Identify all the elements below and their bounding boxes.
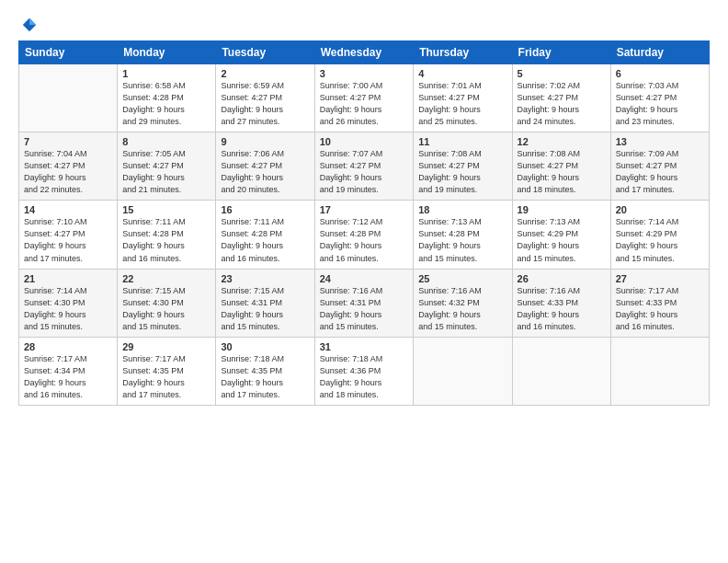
calendar-cell: 7Sunrise: 7:04 AM Sunset: 4:27 PM Daylig… — [19, 132, 118, 201]
day-info: Sunrise: 6:59 AM Sunset: 4:27 PM Dayligh… — [221, 80, 309, 128]
day-number: 18 — [418, 204, 506, 215]
calendar-cell: 21Sunrise: 7:14 AM Sunset: 4:30 PM Dayli… — [19, 269, 118, 337]
day-info: Sunrise: 7:11 AM Sunset: 4:28 PM Dayligh… — [122, 216, 210, 264]
day-number: 21 — [24, 273, 112, 284]
weekday-header-thursday: Thursday — [414, 41, 512, 64]
day-info: Sunrise: 7:16 AM Sunset: 4:31 PM Dayligh… — [320, 285, 409, 333]
day-number: 25 — [418, 273, 506, 284]
calendar-week-row: 7Sunrise: 7:04 AM Sunset: 4:27 PM Daylig… — [19, 132, 710, 201]
day-info: Sunrise: 7:17 AM Sunset: 4:34 PM Dayligh… — [24, 353, 112, 401]
day-number: 12 — [518, 136, 606, 147]
day-number: 31 — [320, 341, 409, 352]
day-number: 28 — [24, 341, 112, 352]
day-number: 26 — [518, 273, 606, 284]
calendar-cell: 8Sunrise: 7:05 AM Sunset: 4:27 PM Daylig… — [118, 132, 216, 201]
calendar-cell: 12Sunrise: 7:08 AM Sunset: 4:27 PM Dayli… — [512, 132, 610, 201]
calendar-cell: 24Sunrise: 7:16 AM Sunset: 4:31 PM Dayli… — [314, 269, 414, 337]
calendar-cell: 6Sunrise: 7:03 AM Sunset: 4:27 PM Daylig… — [610, 64, 709, 132]
day-info: Sunrise: 7:17 AM Sunset: 4:33 PM Dayligh… — [616, 285, 704, 333]
day-number: 29 — [122, 341, 210, 352]
day-number: 22 — [122, 273, 210, 284]
day-number: 6 — [616, 68, 704, 79]
day-number: 3 — [320, 68, 409, 79]
calendar-cell: 5Sunrise: 7:02 AM Sunset: 4:27 PM Daylig… — [512, 64, 610, 132]
calendar-week-row: 1Sunrise: 6:58 AM Sunset: 4:28 PM Daylig… — [19, 64, 710, 132]
weekday-header-friday: Friday — [512, 41, 610, 64]
calendar-cell: 11Sunrise: 7:08 AM Sunset: 4:27 PM Dayli… — [414, 132, 512, 201]
day-info: Sunrise: 7:13 AM Sunset: 4:29 PM Dayligh… — [518, 216, 606, 264]
day-number: 27 — [616, 273, 704, 284]
calendar-cell: 19Sunrise: 7:13 AM Sunset: 4:29 PM Dayli… — [512, 201, 610, 269]
day-number: 23 — [221, 273, 309, 284]
calendar-cell: 9Sunrise: 7:06 AM Sunset: 4:27 PM Daylig… — [216, 132, 314, 201]
logo-icon — [21, 17, 38, 33]
calendar-week-row: 21Sunrise: 7:14 AM Sunset: 4:30 PM Dayli… — [19, 269, 710, 337]
calendar-cell: 17Sunrise: 7:12 AM Sunset: 4:28 PM Dayli… — [314, 201, 414, 269]
calendar-cell — [610, 337, 709, 405]
day-info: Sunrise: 7:18 AM Sunset: 4:35 PM Dayligh… — [221, 353, 309, 401]
day-number: 8 — [122, 136, 210, 147]
day-number: 19 — [518, 204, 606, 215]
day-info: Sunrise: 7:15 AM Sunset: 4:31 PM Dayligh… — [221, 285, 309, 333]
page: SundayMondayTuesdayWednesdayThursdayFrid… — [0, 0, 728, 563]
weekday-header-wednesday: Wednesday — [314, 41, 414, 64]
day-info: Sunrise: 7:15 AM Sunset: 4:30 PM Dayligh… — [122, 285, 210, 333]
day-info: Sunrise: 7:07 AM Sunset: 4:27 PM Dayligh… — [320, 148, 409, 196]
day-info: Sunrise: 7:02 AM Sunset: 4:27 PM Dayligh… — [518, 80, 606, 128]
day-number: 16 — [221, 204, 309, 215]
calendar-week-row: 14Sunrise: 7:10 AM Sunset: 4:27 PM Dayli… — [19, 201, 710, 269]
weekday-header-row: SundayMondayTuesdayWednesdayThursdayFrid… — [19, 41, 710, 64]
day-number: 14 — [24, 204, 112, 215]
calendar-week-row: 28Sunrise: 7:17 AM Sunset: 4:34 PM Dayli… — [19, 337, 710, 405]
calendar-cell: 14Sunrise: 7:10 AM Sunset: 4:27 PM Dayli… — [19, 201, 118, 269]
calendar-cell: 30Sunrise: 7:18 AM Sunset: 4:35 PM Dayli… — [216, 337, 314, 405]
day-number: 30 — [221, 341, 309, 352]
weekday-header-saturday: Saturday — [610, 41, 709, 64]
calendar-cell: 28Sunrise: 7:17 AM Sunset: 4:34 PM Dayli… — [19, 337, 118, 405]
calendar-cell: 2Sunrise: 6:59 AM Sunset: 4:27 PM Daylig… — [216, 64, 314, 132]
day-info: Sunrise: 7:17 AM Sunset: 4:35 PM Dayligh… — [122, 353, 210, 401]
calendar-cell: 13Sunrise: 7:09 AM Sunset: 4:27 PM Dayli… — [610, 132, 709, 201]
calendar-cell: 22Sunrise: 7:15 AM Sunset: 4:30 PM Dayli… — [118, 269, 216, 337]
day-number: 9 — [221, 136, 309, 147]
weekday-header-monday: Monday — [118, 41, 216, 64]
day-number: 15 — [122, 204, 210, 215]
day-info: Sunrise: 7:14 AM Sunset: 4:29 PM Dayligh… — [616, 216, 704, 264]
day-info: Sunrise: 6:58 AM Sunset: 4:28 PM Dayligh… — [122, 80, 210, 128]
calendar-cell: 10Sunrise: 7:07 AM Sunset: 4:27 PM Dayli… — [314, 132, 414, 201]
calendar-cell — [512, 337, 610, 405]
calendar-cell: 18Sunrise: 7:13 AM Sunset: 4:28 PM Dayli… — [414, 201, 512, 269]
calendar-cell — [414, 337, 512, 405]
day-number: 11 — [418, 136, 506, 147]
day-info: Sunrise: 7:00 AM Sunset: 4:27 PM Dayligh… — [320, 80, 409, 128]
logo — [18, 17, 38, 33]
day-number: 1 — [122, 68, 210, 79]
day-number: 10 — [320, 136, 409, 147]
day-number: 17 — [320, 204, 409, 215]
calendar-cell: 25Sunrise: 7:16 AM Sunset: 4:32 PM Dayli… — [414, 269, 512, 337]
day-info: Sunrise: 7:06 AM Sunset: 4:27 PM Dayligh… — [221, 148, 309, 196]
day-info: Sunrise: 7:05 AM Sunset: 4:27 PM Dayligh… — [122, 148, 210, 196]
calendar-cell: 31Sunrise: 7:18 AM Sunset: 4:36 PM Dayli… — [314, 337, 414, 405]
calendar-cell — [19, 64, 118, 132]
day-info: Sunrise: 7:08 AM Sunset: 4:27 PM Dayligh… — [518, 148, 606, 196]
day-info: Sunrise: 7:16 AM Sunset: 4:33 PM Dayligh… — [518, 285, 606, 333]
calendar-cell: 29Sunrise: 7:17 AM Sunset: 4:35 PM Dayli… — [118, 337, 216, 405]
day-number: 5 — [518, 68, 606, 79]
calendar-cell: 16Sunrise: 7:11 AM Sunset: 4:28 PM Dayli… — [216, 201, 314, 269]
header — [18, 17, 710, 33]
day-number: 7 — [24, 136, 112, 147]
calendar-cell: 4Sunrise: 7:01 AM Sunset: 4:27 PM Daylig… — [414, 64, 512, 132]
calendar-cell: 15Sunrise: 7:11 AM Sunset: 4:28 PM Dayli… — [118, 201, 216, 269]
calendar-cell: 26Sunrise: 7:16 AM Sunset: 4:33 PM Dayli… — [512, 269, 610, 337]
day-info: Sunrise: 7:13 AM Sunset: 4:28 PM Dayligh… — [418, 216, 506, 264]
calendar-cell: 27Sunrise: 7:17 AM Sunset: 4:33 PM Dayli… — [610, 269, 709, 337]
calendar-cell: 20Sunrise: 7:14 AM Sunset: 4:29 PM Dayli… — [610, 201, 709, 269]
day-info: Sunrise: 7:01 AM Sunset: 4:27 PM Dayligh… — [418, 80, 506, 128]
day-number: 4 — [418, 68, 506, 79]
day-number: 20 — [616, 204, 704, 215]
day-number: 2 — [221, 68, 309, 79]
day-info: Sunrise: 7:11 AM Sunset: 4:28 PM Dayligh… — [221, 216, 309, 264]
day-info: Sunrise: 7:09 AM Sunset: 4:27 PM Dayligh… — [616, 148, 704, 196]
calendar-table: SundayMondayTuesdayWednesdayThursdayFrid… — [18, 40, 710, 406]
